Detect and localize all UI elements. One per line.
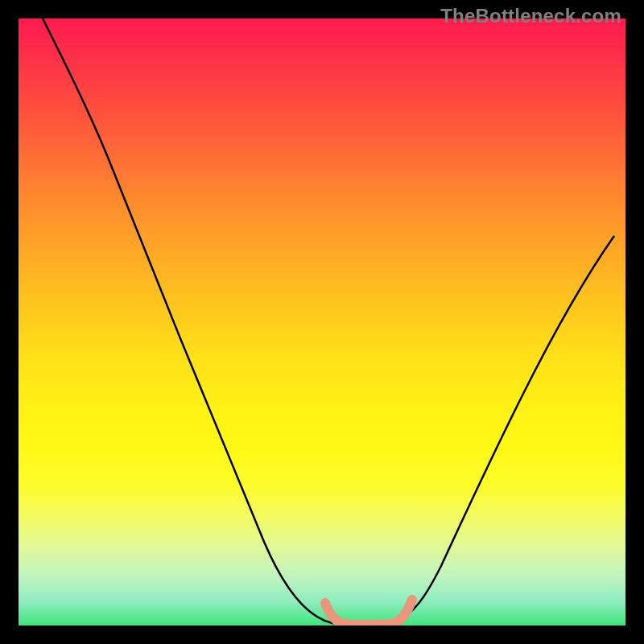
chart-frame: TheBottleneck.com: [0, 0, 644, 644]
chart-svg: [19, 19, 625, 625]
bottleneck-curve: [43, 19, 614, 625]
plot-area: [19, 19, 625, 625]
watermark-text: TheBottleneck.com: [440, 5, 621, 27]
optimal-range-marker: [325, 600, 412, 625]
